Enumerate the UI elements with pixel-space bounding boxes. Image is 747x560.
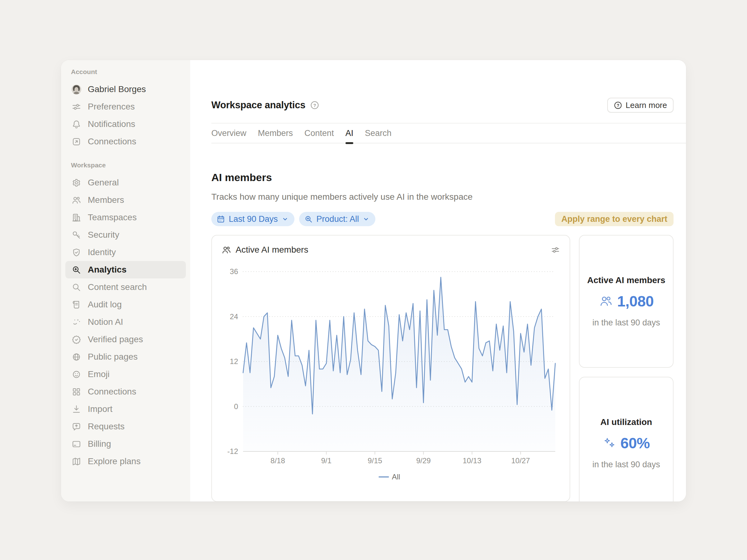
learn-more-label: Learn more	[626, 101, 667, 110]
help-circle-icon: ?	[614, 101, 622, 109]
svg-text:8/18: 8/18	[271, 456, 285, 465]
page-title: Workspace analytics	[211, 100, 305, 111]
sidebar-item-verified-pages[interactable]: Verified pages	[66, 331, 186, 348]
sidebar-section-label-account: Account	[66, 66, 186, 77]
sliders-icon	[71, 101, 81, 112]
date-range-label: Last 90 Days	[229, 214, 278, 224]
svg-text:?: ?	[617, 103, 619, 108]
sidebar-item-billing[interactable]: Billing	[66, 435, 186, 453]
badge-check-icon	[71, 334, 81, 345]
page-header: Workspace analytics ? ? Learn more	[211, 97, 673, 113]
people-icon	[221, 245, 232, 255]
stat-card-ai-utilization: AI utilization 60% in the last 90 days	[579, 377, 673, 502]
sidebar-item-notifications[interactable]: Notifications	[66, 115, 186, 133]
svg-text:9/15: 9/15	[367, 456, 382, 465]
bell-icon	[71, 119, 81, 129]
chart-y-axis-labels: 3624120-12	[227, 267, 238, 455]
tab-search[interactable]: Search	[365, 124, 391, 143]
svg-text:0: 0	[234, 402, 238, 411]
sidebar-item-members[interactable]: Members	[66, 191, 186, 209]
sidebar-item-label: Requests	[88, 422, 125, 431]
stat-caption: in the last 90 days	[592, 318, 660, 328]
sidebar-section-label-workspace: Workspace	[66, 160, 186, 171]
globe-icon	[71, 351, 81, 362]
avatar-icon	[71, 84, 81, 95]
stat-title: Active AI members	[587, 275, 665, 285]
svg-text:12: 12	[230, 357, 238, 366]
sidebar-item-label: Verified pages	[88, 335, 143, 344]
apply-range-button[interactable]: Apply range to every chart	[555, 212, 673, 226]
sidebar-item-label: Content search	[88, 282, 147, 292]
grid-icon	[71, 386, 81, 397]
tab-members[interactable]: Members	[258, 124, 293, 143]
date-range-filter[interactable]: Last 90 Days	[211, 212, 294, 226]
stat-value: 60%	[620, 435, 650, 452]
sidebar-item-security[interactable]: Security	[66, 226, 186, 244]
chevron-down-icon	[362, 215, 370, 223]
sidebar-item-content-search[interactable]: Content search	[66, 278, 186, 296]
sidebar-item-gabriel-borges[interactable]: Gabriel Borges	[66, 81, 186, 98]
svg-text:?: ?	[313, 103, 316, 108]
learn-more-button[interactable]: ? Learn more	[607, 98, 673, 113]
card-icon	[71, 439, 81, 449]
sidebar-item-preferences[interactable]: Preferences	[66, 98, 186, 115]
sidebar-item-explore-plans[interactable]: Explore plans	[66, 453, 186, 470]
sidebar-item-notion-ai[interactable]: Notion AI	[66, 313, 186, 331]
svg-text:10/13: 10/13	[463, 456, 482, 465]
stat-column: Active AI members 1,080 in the last 90 d…	[579, 235, 673, 502]
sidebar-item-label: Preferences	[88, 102, 135, 112]
magnifier-icon	[71, 282, 81, 292]
building-icon	[71, 212, 81, 223]
arrow-out-icon	[71, 136, 81, 147]
product-filter-label: Product: All	[316, 214, 359, 224]
tab-ai[interactable]: AI	[345, 124, 354, 143]
stat-caption: in the last 90 days	[592, 460, 660, 470]
chevron-down-icon	[281, 215, 289, 223]
tab-content[interactable]: Content	[304, 124, 334, 143]
sidebar: AccountGabriel BorgesPreferencesNotifica…	[61, 60, 190, 502]
sidebar-item-public-pages[interactable]: Public pages	[66, 348, 186, 366]
section-description: Tracks how many unique members actively …	[211, 191, 673, 203]
line-chart: 3624120-128/189/19/159/2910/1310/27All	[212, 256, 570, 489]
sidebar-item-label: General	[88, 178, 119, 188]
filter-row: Last 90 Days Product: All	[211, 212, 673, 226]
svg-text:36: 36	[230, 267, 238, 276]
sidebar-item-emoji[interactable]: Emoji	[66, 366, 186, 383]
import-icon	[71, 404, 81, 415]
analytics-cards: Active AI members 3624120-128/189/19/159…	[211, 235, 673, 502]
sidebar-item-analytics[interactable]: Analytics	[66, 261, 186, 278]
sidebar-item-label: Gabriel Borges	[88, 84, 146, 94]
sidebar-item-import[interactable]: Import	[66, 400, 186, 418]
sidebar-item-connections[interactable]: Connections	[66, 133, 186, 150]
sparkles-icon	[602, 436, 616, 450]
svg-text:24: 24	[230, 312, 238, 321]
sidebar-item-label: Public pages	[88, 352, 137, 362]
section-heading: AI members	[211, 171, 673, 184]
chart-title: Active AI members	[236, 245, 308, 255]
sidebar-item-identity[interactable]: Identity	[66, 244, 186, 261]
map-icon	[71, 456, 81, 466]
sidebar-item-label: Security	[88, 230, 119, 240]
stat-card-active-ai-members: Active AI members 1,080 in the last 90 d…	[579, 235, 673, 368]
notion-ai-icon	[71, 317, 81, 327]
svg-text:-12: -12	[227, 447, 238, 455]
sidebar-item-teamspaces[interactable]: Teamspaces	[66, 209, 186, 226]
tab-overview[interactable]: Overview	[211, 124, 247, 143]
key-icon	[71, 230, 81, 240]
sidebar-item-connections[interactable]: Connections	[66, 383, 186, 400]
chart-x-axis: 8/189/19/159/2910/1310/27	[271, 451, 530, 465]
sidebar-item-label: Members	[88, 195, 124, 205]
settings-window: AccountGabriel BorgesPreferencesNotifica…	[61, 60, 686, 502]
sidebar-item-audit-log[interactable]: Audit log	[66, 296, 186, 313]
chart-options-icon[interactable]	[550, 245, 560, 255]
sidebar-item-general[interactable]: General	[66, 174, 186, 191]
stat-value: 1,080	[617, 293, 654, 310]
help-icon[interactable]: ?	[310, 101, 319, 109]
sidebar-item-label: Connections	[88, 137, 136, 146]
sidebar-item-label: Notion AI	[88, 317, 123, 327]
product-filter[interactable]: Product: All	[299, 212, 376, 226]
people-icon	[71, 195, 81, 205]
svg-text:All: All	[392, 473, 400, 481]
sidebar-item-requests[interactable]: Requests	[66, 418, 186, 435]
tab-bar: OverviewMembersContentAISearch	[211, 124, 686, 143]
